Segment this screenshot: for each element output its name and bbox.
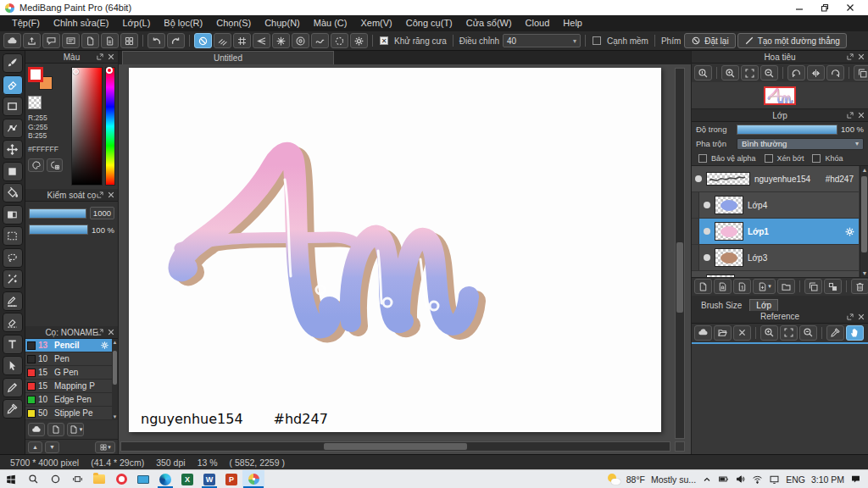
tool-pen[interactable] [3,378,23,397]
protect-alpha-checkbox[interactable] [698,154,707,163]
brush-cloud-button[interactable] [28,423,45,436]
layer-visibility-icon[interactable] [704,202,710,208]
powerpoint-button[interactable]: P [220,470,242,488]
hidden-icons-chevron[interactable] [702,474,712,485]
new-halftone-layer-button[interactable] [714,279,732,294]
popout-icon[interactable] [96,191,104,199]
brush-row-pencil[interactable]: 13 Pencil [25,339,118,352]
zoom-out-button[interactable] [760,65,778,80]
reference-clear-button[interactable] [733,325,751,341]
brush-size-slider[interactable] [29,208,86,219]
start-button[interactable] [0,470,22,488]
canvas-tab-untitled[interactable]: Untitled [122,51,334,64]
layer-row-lop1-selected[interactable]: Lớp1 [692,219,859,245]
tool-gradient[interactable] [3,205,23,225]
reference-picker-button[interactable] [826,325,844,341]
brush-row-pen[interactable]: 10 Pen [25,352,118,366]
tool-eyedropper[interactable] [3,399,23,419]
tab-brush-size[interactable]: Brush Size [695,300,748,311]
close-icon[interactable] [857,53,865,61]
popout-icon[interactable] [846,111,854,119]
word-button[interactable]: W [198,470,220,488]
tool-shape[interactable] [3,97,23,116]
zoom-in-button[interactable] [721,65,739,80]
close-icon[interactable] [107,328,115,336]
battery-icon[interactable] [718,474,729,485]
make-line-button[interactable]: Tạo một đường thẳng [737,33,847,48]
opera-button[interactable] [110,470,132,488]
tab-layer[interactable]: Lớp [749,299,778,311]
snap-grid-button[interactable] [233,33,251,48]
add-layer-menu-button[interactable]: ▾ [753,279,776,294]
flip-horizontal-button[interactable] [854,65,868,80]
merge-layer-button[interactable] [824,279,842,294]
dock-scroll-down-button[interactable]: ▼ [45,441,59,453]
foreground-color-swatch[interactable] [28,67,43,82]
layer-row-lop3[interactable]: Lớp3 [692,245,859,271]
transparent-color-swatch[interactable] [28,96,42,109]
scrollbar-thumb[interactable] [113,351,117,385]
display-app-button[interactable] [132,470,154,488]
taskbar-search-button[interactable] [22,470,44,488]
brush-list-scrollbar[interactable]: ▲ ▼ [112,339,118,420]
canvas[interactable]: nguyenhue154 #hd247 [129,68,661,432]
dock-scroll-up-button[interactable]: ▲ [28,441,42,453]
palette-button[interactable] [28,158,44,172]
tool-fill-rect[interactable] [3,162,23,181]
brush-row-edge-pen[interactable]: 10 Edge Pen [25,393,118,407]
canvas-vertical-scrollbar[interactable] [675,68,685,439]
menu-bo-loc[interactable]: Bộ lọc(R) [157,15,209,31]
menu-mau[interactable]: Màu (C) [307,15,354,31]
layer-row-lop4[interactable]: Lớp4 [692,192,859,219]
tool-polyline[interactable] [3,119,23,138]
scrollbar-thumb[interactable] [324,443,466,450]
cortana-button[interactable] [44,470,66,488]
layer-visibility-icon[interactable] [704,254,710,261]
reference-zoom-out-button[interactable] [799,325,817,341]
speaker-icon[interactable] [735,474,746,485]
tool-select-rect[interactable] [3,226,23,246]
cloud-save-button[interactable] [3,33,21,48]
notes-button[interactable] [62,33,80,48]
tool-brush[interactable] [3,53,23,73]
antialias-checkbox[interactable]: ✕ [380,36,388,45]
scrollbar-thumb[interactable] [676,242,683,313]
reference-hand-button[interactable] [846,325,864,341]
reset-rotation-button[interactable] [807,65,825,80]
layer-visibility-icon[interactable] [704,228,710,235]
tool-magic-wand[interactable] [3,269,23,289]
brush-row-g-pen[interactable]: 15 G Pen [25,366,118,380]
file-explorer-button[interactable] [88,470,110,488]
saturation-square[interactable] [71,67,103,186]
fit-window-button[interactable] [741,65,759,80]
publish-button[interactable] [23,33,41,48]
add-brush-button[interactable] [47,423,64,436]
undo-button[interactable] [147,33,165,48]
menu-cua-so[interactable]: Cửa sổ(W) [459,15,519,31]
zoom-actual-button[interactable] [694,65,712,80]
scrollbar-thumb[interactable] [861,176,867,252]
language-indicator[interactable]: ENG [786,474,805,485]
comment-button[interactable] [42,33,60,48]
wifi-icon[interactable] [752,474,763,485]
menu-help[interactable]: Help [556,15,589,31]
scroll-up-icon[interactable]: ▲ [112,340,118,345]
reference-open-button[interactable] [714,325,732,341]
tool-eraser[interactable] [3,75,23,95]
rotate-ccw-button[interactable] [787,65,805,80]
clipping-checkbox[interactable] [765,154,773,163]
layer-row-signature[interactable]: nguyenhue154 #hd247 [692,166,859,192]
brush-settings-gear-icon[interactable] [100,341,109,350]
weather-icon[interactable] [608,474,620,485]
layer-visibility-icon[interactable] [695,175,702,182]
close-icon[interactable] [107,191,115,199]
menu-xem[interactable]: Xem(V) [353,15,398,31]
delete-layer-button[interactable] [851,279,868,294]
tool-select-eraser[interactable] [3,313,23,332]
snap-radial-button[interactable] [272,33,290,48]
menu-cloud[interactable]: Cloud [519,15,557,31]
canvas-horizontal-scrollbar[interactable] [120,441,670,452]
close-icon[interactable] [857,111,865,119]
restore-button[interactable] [812,0,837,15]
tool-operation[interactable] [3,356,23,375]
